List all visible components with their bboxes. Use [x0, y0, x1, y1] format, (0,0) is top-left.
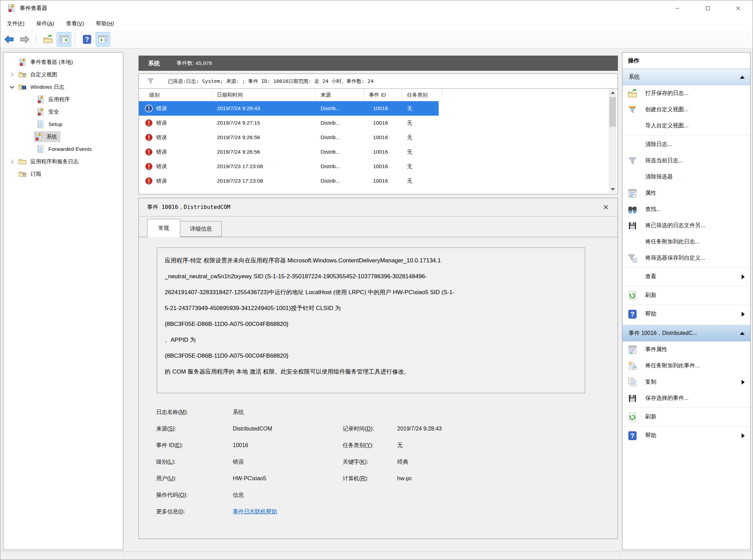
column-header-source[interactable]: 来源 [316, 89, 364, 101]
chevron-right-icon[interactable] [8, 158, 16, 165]
action-find[interactable]: 查找... [622, 201, 750, 218]
event-log-online-help-link[interactable]: 事件日志联机帮助 [233, 509, 277, 514]
column-header-task[interactable]: 任务类别 [402, 89, 442, 101]
event-row[interactable]: 错误 2019/7/24 9:26:56 Distrib... 10016 无 [139, 130, 439, 145]
action-clear-filter[interactable]: 清除筛选器 [622, 169, 750, 185]
menu-action[interactable]: 操作(A) [31, 16, 59, 31]
tab-details[interactable]: 详细信息 [180, 221, 222, 237]
action-import-custom-view[interactable]: 导入自定义视图... [622, 118, 750, 134]
minimize-button[interactable] [662, 0, 693, 16]
subscriptions-icon [18, 170, 27, 178]
column-header-level[interactable]: 级别 [139, 89, 212, 101]
error-icon [144, 133, 153, 142]
tree-item-custom-views[interactable]: 自定义视图 [3, 68, 123, 81]
separator [622, 267, 750, 268]
action-save-filter-to-custom-view[interactable]: 将筛选器保存到自定义... [622, 250, 750, 266]
forwarded-events-log-icon [36, 145, 45, 154]
event-datetime: 2019/7/24 9:26:56 [212, 149, 316, 155]
event-row[interactable]: 错误 2019/7/23 17:23:08 Distrib... 10016 无 [139, 159, 439, 174]
maximize-icon [705, 5, 711, 11]
event-datetime: 2019/7/24 9:27:15 [212, 120, 316, 126]
action-create-custom-view[interactable]: 创建自定义视图... [622, 102, 750, 118]
actions-section-event[interactable]: 事件 10016，DistributedC... [622, 325, 750, 341]
event-datetime: 2019/7/24 9:26:56 [212, 134, 316, 141]
collapse-icon[interactable] [740, 76, 745, 79]
event-count: 事件数: 45,978 [177, 60, 212, 67]
event-row[interactable]: 错误 2019/7/23 17:23:08 Distrib... 10016 无 [139, 174, 439, 188]
action-save-filtered-log[interactable]: 将已筛选的日志文件另... [622, 218, 750, 234]
tree-item-application[interactable]: 应用程序 [3, 93, 123, 106]
event-row[interactable]: 错误 2019/7/24 9:26:56 Distrib... 10016 无 [139, 145, 439, 159]
action-attach-task-to-event[interactable]: 将任务附加到此事件... [622, 358, 750, 374]
tree-item-apps-services-logs[interactable]: 应用程序和服务日志 [3, 155, 123, 168]
window-title: 事件查看器 [20, 0, 47, 16]
help-icon [627, 309, 638, 319]
scroll-down-arrow[interactable] [609, 185, 617, 193]
actions-section-system[interactable]: 系统 [622, 69, 750, 85]
action-refresh[interactable]: 刷新 [622, 287, 750, 303]
event-source: Distrib... [316, 134, 364, 141]
menu-view[interactable]: 查看(V) [61, 16, 89, 31]
floppy-save-icon [627, 393, 638, 404]
event-source: Distrib... [316, 149, 364, 155]
separator [622, 135, 750, 135]
action-help-event-submenu[interactable]: 帮助 [622, 427, 750, 444]
back-button[interactable] [2, 32, 16, 47]
action-event-properties[interactable]: 事件属性 [622, 341, 750, 358]
scroll-up-arrow[interactable] [609, 89, 617, 96]
event-row[interactable]: 错误 2019/7/24 9:27:15 Distrib... 10016 无 [139, 116, 439, 130]
tree-item-root[interactable]: 事件查看器 (本地) [3, 56, 123, 68]
action-pane-toggle-button[interactable] [96, 32, 110, 47]
field-value-log-name: 系统 [233, 409, 343, 416]
field-value-logged: 2019/7/24 9:28:43 [397, 426, 602, 432]
field-label-computer: 计算机(R): [343, 475, 397, 482]
menu-help[interactable]: 帮助(H) [91, 16, 120, 31]
system-log-icon [34, 132, 43, 141]
field-value-event-id: 10016 [233, 442, 343, 448]
action-properties[interactable]: 属性 [622, 185, 750, 201]
detail-close-button[interactable] [602, 203, 610, 211]
tree-item-setup[interactable]: Setup [3, 118, 123, 131]
console-tree-toggle-button[interactable] [57, 32, 71, 47]
action-filter-current-log[interactable]: 筛选当前日志... [622, 153, 750, 169]
action-copy-submenu[interactable]: 复制 [622, 374, 750, 390]
action-open-saved-log[interactable]: 打开保存的日志... [622, 85, 750, 102]
action-view-submenu[interactable]: 查看 [622, 269, 750, 285]
funnel-save-icon [627, 253, 638, 263]
event-task: 无 [402, 148, 439, 156]
tree-item-windows-logs[interactable]: Windows 日志 [3, 81, 123, 93]
chevron-right-icon[interactable] [8, 71, 16, 78]
maximize-button[interactable] [693, 0, 723, 16]
collapse-icon[interactable] [740, 332, 745, 335]
action-help-submenu[interactable]: 帮助 [622, 306, 750, 322]
scrollbar-thumb[interactable] [609, 97, 616, 127]
field-value-opcode: 信息 [233, 492, 343, 499]
detail-header: 事件 10016，DistributedCOM [139, 198, 618, 216]
action-refresh-event[interactable]: 刷新 [622, 409, 750, 425]
action-clear-log[interactable]: 清除日志... [622, 136, 750, 153]
tree-item-system[interactable]: 系统 [3, 131, 123, 143]
chevron-down-icon[interactable] [8, 83, 16, 91]
tab-general[interactable]: 常规 [147, 219, 180, 237]
tree-item-subscriptions[interactable]: 订阅 [3, 168, 123, 180]
properties-icon [627, 345, 638, 355]
forward-button[interactable] [18, 32, 32, 47]
tree-item-security[interactable]: 安全 [3, 106, 123, 118]
column-header-event-id[interactable]: 事件 ID [364, 89, 402, 101]
help-button[interactable] [80, 32, 94, 47]
toolbar [0, 31, 753, 48]
open-saved-log-button[interactable] [41, 32, 55, 47]
action-save-selected-events[interactable]: 保存选择的事件... [622, 390, 750, 406]
error-icon [144, 147, 153, 156]
close-button[interactable] [723, 0, 753, 16]
menu-file[interactable]: 文件(F) [2, 16, 30, 31]
vertical-scrollbar[interactable] [609, 89, 617, 193]
close-icon [735, 5, 741, 11]
console-tree: 事件查看器 (本地) 自定义视图 Windows 日志 应用程序 安全 Setu… [3, 52, 123, 550]
action-attach-task-to-log[interactable]: 将任务附加到此日志... [622, 234, 750, 250]
event-fields: 日志名称(M): 系统 来源(S): DistributedCOM 记录时间(D… [139, 404, 602, 520]
column-header-datetime[interactable]: 日期和时间 [212, 89, 316, 101]
task-clock-icon [627, 361, 638, 371]
event-row[interactable]: 错误 2019/7/24 9:28:43 Distrib... 10016 无 [139, 101, 439, 116]
tree-item-forwarded-events[interactable]: Forwarded Events [3, 143, 123, 155]
